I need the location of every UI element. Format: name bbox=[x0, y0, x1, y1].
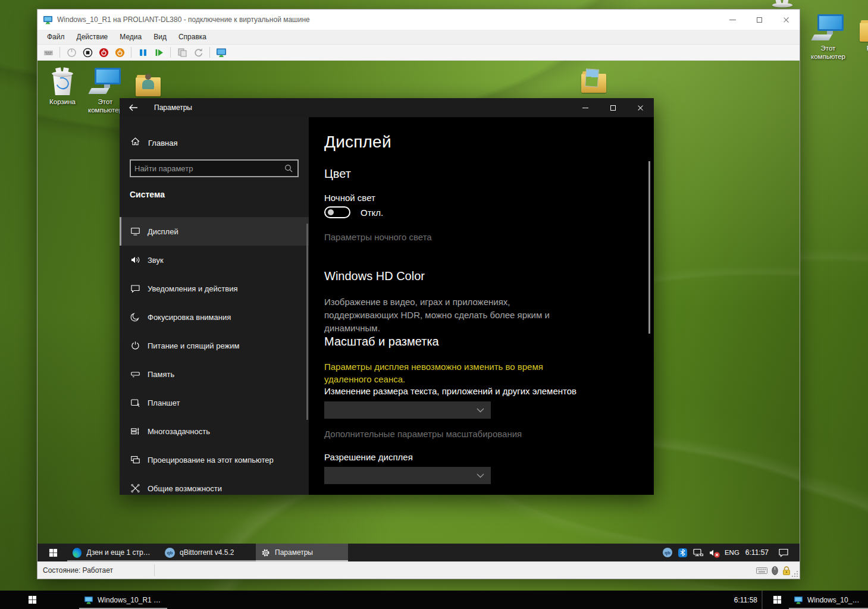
vm-taskbar-item-edge[interactable]: Дзен и еще 1 страни... bbox=[67, 544, 159, 561]
settings-minimize-button[interactable] bbox=[572, 98, 599, 117]
settings-maximize-button[interactable] bbox=[599, 98, 626, 117]
settings-titlebar[interactable]: Параметры bbox=[120, 98, 654, 117]
host-taskbar-item-vmconnect-secondary[interactable]: Windows_10_R1 на P. bbox=[789, 591, 868, 609]
shut-down-vm-icon[interactable] bbox=[98, 46, 109, 58]
qbittorrent-tray-icon[interactable]: qb bbox=[663, 548, 672, 557]
hd-color-description: Изображение в видео, играх и приложениях… bbox=[324, 296, 576, 334]
sidebar-items: Дисплей Звук Уведомления и действия bbox=[120, 217, 309, 495]
scale-dropdown[interactable] bbox=[324, 401, 491, 419]
display-icon bbox=[130, 227, 140, 236]
monitor-boundary-seam bbox=[762, 591, 763, 609]
sidebar-item-power-sleep[interactable]: Питание и спящий режим bbox=[120, 331, 309, 360]
resolution-label: Разрешение дисплея bbox=[324, 452, 413, 462]
search-icon[interactable] bbox=[284, 164, 293, 172]
action-center-icon[interactable] bbox=[778, 548, 789, 557]
vm-desktop-icon-recycle-bin[interactable]: Корзина bbox=[40, 65, 85, 106]
pause-vm-icon[interactable] bbox=[137, 46, 149, 58]
vm-system-tray: qb ENG 6:11:57 bbox=[663, 544, 789, 561]
minimize-icon bbox=[729, 20, 736, 20]
power-icon bbox=[130, 341, 140, 350]
resume-vm-icon[interactable] bbox=[153, 46, 165, 58]
menu-file[interactable]: Файл bbox=[41, 31, 71, 43]
host-start-button-secondary[interactable] bbox=[765, 591, 789, 609]
vm-clock[interactable]: 6:11:57 bbox=[745, 548, 769, 557]
night-light-settings-link[interactable]: Параметры ночного света bbox=[324, 232, 432, 242]
sidebar-item-projecting[interactable]: Проецирование на этот компьютер bbox=[120, 445, 309, 474]
revert-icon[interactable] bbox=[192, 46, 204, 58]
scale-dropdown-label: Изменение размера текста, приложений и д… bbox=[324, 386, 576, 396]
menu-action[interactable]: Действие bbox=[71, 31, 114, 43]
turn-off-vm-icon[interactable] bbox=[82, 46, 93, 58]
chevron-down-icon bbox=[477, 473, 484, 478]
sidebar-item-storage[interactable]: Память bbox=[120, 360, 309, 388]
statusbar-divider bbox=[154, 564, 155, 576]
sidebar-item-display[interactable]: Дисплей bbox=[120, 217, 309, 246]
night-light-toggle[interactable] bbox=[324, 206, 350, 218]
content-scrollbar[interactable] bbox=[648, 161, 650, 334]
settings-close-button[interactable] bbox=[626, 98, 654, 117]
vmconnect-minimize-button[interactable] bbox=[719, 10, 746, 30]
settings-window-title: Параметры bbox=[154, 103, 572, 112]
network-icon[interactable] bbox=[693, 548, 703, 557]
vm-taskbar: Дзен и еще 1 страни... qb qBittorrent v4… bbox=[37, 544, 800, 561]
this-pc-icon bbox=[806, 12, 851, 42]
sidebar-item-tablet[interactable]: Планшет bbox=[120, 388, 309, 417]
pictures-folder-icon bbox=[571, 63, 616, 93]
toolbar-separator bbox=[59, 47, 60, 58]
qbittorrent-icon: qb bbox=[165, 548, 175, 558]
user-folder-icon bbox=[126, 67, 171, 96]
checkpoint-icon[interactable] bbox=[176, 46, 188, 58]
vmconnect-window: Windows_10_R1 на PROLIANT-DL380 - подклю… bbox=[37, 9, 800, 579]
start-vm-icon[interactable] bbox=[65, 46, 77, 58]
host-taskbar-item-vmconnect[interactable]: Windows_10_R1 на P... bbox=[79, 591, 167, 609]
host-desktop-icon-folder[interactable]: Ror bbox=[850, 12, 868, 52]
vmconnect-title: Windows_10_R1 на PROLIANT-DL380 - подклю… bbox=[57, 15, 719, 24]
vm-status-text: Состояние: Работает bbox=[43, 566, 113, 575]
notification-bubble-icon bbox=[130, 284, 140, 293]
vm-taskbar-item-settings[interactable]: Параметры bbox=[256, 544, 348, 561]
keyboard-capture-icon bbox=[756, 567, 767, 575]
maximize-icon bbox=[757, 17, 762, 23]
menu-media[interactable]: Медиа bbox=[114, 31, 148, 43]
ctrl-alt-del-icon[interactable] bbox=[42, 46, 54, 58]
save-vm-icon[interactable] bbox=[114, 46, 126, 58]
mouse-capture-icon bbox=[772, 566, 778, 575]
sidebar-item-sound[interactable]: Звук bbox=[120, 246, 309, 274]
vm-start-button[interactable] bbox=[42, 544, 64, 561]
vm-taskbar-item-qbittorrent[interactable]: qb qBittorrent v4.5.2 bbox=[159, 544, 256, 561]
vm-monitor-icon bbox=[43, 15, 53, 25]
back-button[interactable] bbox=[120, 98, 147, 117]
vmconnect-titlebar[interactable]: Windows_10_R1 на PROLIANT-DL380 - подклю… bbox=[37, 10, 800, 30]
advanced-scaling-link[interactable]: Дополнительные параметры масштабирования bbox=[324, 429, 522, 439]
menu-view[interactable]: Вид bbox=[148, 31, 173, 43]
menu-help[interactable]: Справка bbox=[173, 31, 212, 43]
search-input[interactable] bbox=[131, 164, 284, 173]
vm-desktop-icon-user-folder[interactable] bbox=[126, 67, 171, 99]
enhanced-session-icon[interactable] bbox=[215, 46, 227, 58]
vmconnect-close-button[interactable] bbox=[773, 10, 800, 30]
settings-search-box[interactable] bbox=[130, 159, 299, 177]
vm-desktop-icon-pictures-folder[interactable] bbox=[571, 63, 616, 95]
moon-icon bbox=[130, 312, 140, 322]
page-title: Дисплей bbox=[324, 133, 391, 152]
host-start-button[interactable] bbox=[18, 591, 46, 609]
host-desktop-icon-this-pc[interactable]: Этот компьютер bbox=[806, 12, 851, 61]
vmconnect-maximize-button[interactable] bbox=[746, 10, 773, 30]
multitasking-icon bbox=[130, 426, 140, 436]
active-app-underline bbox=[67, 560, 159, 561]
minimize-icon bbox=[582, 108, 588, 108]
language-indicator[interactable]: ENG bbox=[725, 549, 739, 556]
volume-muted-icon[interactable] bbox=[709, 548, 719, 557]
bluetooth-icon[interactable] bbox=[678, 548, 687, 557]
sidebar-item-notifications[interactable]: Уведомления и действия bbox=[120, 274, 309, 303]
host-recycle-bin-partial[interactable] bbox=[772, 0, 793, 8]
sidebar-item-focus-assist[interactable]: Фокусировка внимания bbox=[120, 303, 309, 331]
host-clock[interactable]: 6:11:58 bbox=[734, 591, 757, 609]
resolution-dropdown[interactable] bbox=[324, 467, 491, 484]
sidebar-scrollbar[interactable] bbox=[306, 224, 308, 420]
sidebar-item-home[interactable]: Главная bbox=[120, 134, 309, 152]
sidebar-item-shared-experiences[interactable]: Общие возможности bbox=[120, 474, 309, 495]
resize-grip[interactable] bbox=[792, 571, 798, 577]
sidebar-item-multitasking[interactable]: Многозадачность bbox=[120, 417, 309, 445]
settings-content: Дисплей Цвет Ночной свет Откл. Параметры… bbox=[309, 117, 654, 495]
